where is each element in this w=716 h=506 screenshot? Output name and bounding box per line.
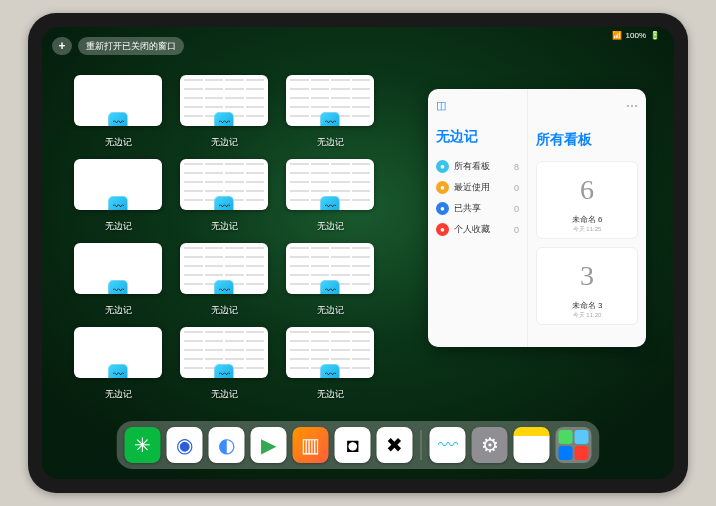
app-window-card[interactable]: 〰无边记 [180,243,268,317]
battery-icon: 🔋 [650,31,660,40]
app-window-label: 无边记 [317,136,344,149]
board-thumbnail: 6 [541,166,633,214]
app-window-label: 无边记 [105,136,132,149]
app-window-card[interactable]: 〰无边记 [74,75,162,149]
sidebar-item-label: 最近使用 [454,181,490,194]
sidebar-item[interactable]: ●已共享0 [436,198,519,219]
app-window-label: 无边记 [211,136,238,149]
top-controls: + 重新打开已关闭的窗口 [52,37,184,55]
board-time: 今天 11:20 [541,311,633,320]
freeform-app-icon: 〰 [214,112,234,126]
battery-text: 100% [626,31,646,40]
window-thumbnail: 〰 [180,159,268,210]
app-window-card[interactable]: 〰无边记 [180,327,268,401]
panel-content: ⋯ 所有看板 6未命名 6今天 11:253未命名 3今天 11:20 [528,89,646,347]
sidebar-item-count: 0 [514,225,519,235]
sidebar-item-label: 个人收藏 [454,223,490,236]
freeform-app-icon: 〰 [320,196,340,210]
window-thumbnail: 〰 [180,327,268,378]
freeform-app-icon: 〰 [108,196,128,210]
freeform-icon[interactable]: 〰 [430,427,466,463]
app-window-card[interactable]: 〰无边记 [180,75,268,149]
board-card[interactable]: 3未命名 3今天 11:20 [536,247,638,325]
freeform-app-icon: 〰 [320,364,340,378]
board-label: 未命名 3 [541,300,633,311]
sidebar-item[interactable]: ●所有看板8 [436,156,519,177]
quark-icon[interactable]: ◐ [209,427,245,463]
sidebar-item-icon: ● [436,160,449,173]
wifi-icon: 📶 [612,31,622,40]
app-switcher-grid: 〰无边记〰无边记〰无边记〰无边记〰无边记〰无边记〰无边记〰无边记〰无边记〰无边记… [74,75,374,401]
board-card[interactable]: 6未命名 6今天 11:25 [536,161,638,239]
freeform-app-icon: 〰 [320,280,340,294]
panel-right-title: 所有看板 [536,131,638,149]
dock-separator [421,430,422,460]
app-window-label: 无边记 [105,304,132,317]
play-icon[interactable]: ▶ [251,427,287,463]
sidebar-item-icon: ● [436,202,449,215]
board-thumbnail: 3 [541,252,633,300]
window-thumbnail: 〰 [74,327,162,378]
dock: ✳◉◐▶▥◘✖〰⚙ [117,421,600,469]
app-window-label: 无边记 [317,220,344,233]
window-thumbnail: 〰 [180,243,268,294]
app-window-label: 无边记 [105,388,132,401]
freeform-app-icon: 〰 [214,196,234,210]
window-thumbnail: 〰 [286,243,374,294]
freeform-app-icon: 〰 [108,364,128,378]
app-window-card[interactable]: 〰无边记 [286,327,374,401]
app-window-label: 无边记 [105,220,132,233]
sidebar-toggle-icon[interactable]: ◫ [436,99,519,112]
sidebar-item-icon: ● [436,181,449,194]
notes-icon[interactable] [514,427,550,463]
panel-sidebar: ◫ 无边记 ●所有看板8●最近使用0●已共享0●个人收藏0 [428,89,528,347]
app6-icon[interactable]: ◘ [335,427,371,463]
app-window-card[interactable]: 〰无边记 [180,159,268,233]
settings-icon[interactable]: ⚙ [472,427,508,463]
app-window-card[interactable]: 〰无边记 [286,159,374,233]
window-thumbnail: 〰 [286,159,374,210]
app-window-card[interactable]: 〰无边记 [74,159,162,233]
panel-title: 无边记 [436,128,519,146]
sidebar-item[interactable]: ●个人收藏0 [436,219,519,240]
qqbrowser-icon[interactable]: ◉ [167,427,203,463]
app7-icon[interactable]: ✖ [377,427,413,463]
screen: 📶 100% 🔋 + 重新打开已关闭的窗口 〰无边记〰无边记〰无边记〰无边记〰无… [42,27,674,479]
app-window-label: 无边记 [211,304,238,317]
sidebar-item-count: 8 [514,162,519,172]
window-thumbnail: 〰 [286,327,374,378]
freeform-app-icon: 〰 [320,112,340,126]
app-window-label: 无边记 [211,220,238,233]
ipad-device: 📶 100% 🔋 + 重新打开已关闭的窗口 〰无边记〰无边记〰无边记〰无边记〰无… [28,13,688,493]
books-icon[interactable]: ▥ [293,427,329,463]
reopen-closed-window-button[interactable]: 重新打开已关闭的窗口 [78,37,184,55]
wechat-icon[interactable]: ✳ [125,427,161,463]
window-thumbnail: 〰 [286,75,374,126]
app-window-card[interactable]: 〰无边记 [74,327,162,401]
window-thumbnail: 〰 [74,243,162,294]
freeform-app-icon: 〰 [214,364,234,378]
app-window-label: 无边记 [317,388,344,401]
app-window-label: 无边记 [317,304,344,317]
sidebar-item-label: 已共享 [454,202,481,215]
app-window-card[interactable]: 〰无边记 [286,75,374,149]
add-button[interactable]: + [52,37,72,55]
sidebar-item-count: 0 [514,204,519,214]
board-label: 未命名 6 [541,214,633,225]
window-thumbnail: 〰 [74,75,162,126]
freeform-panel: ◫ 无边记 ●所有看板8●最近使用0●已共享0●个人收藏0 ⋯ 所有看板 6未命… [428,89,646,347]
freeform-app-icon: 〰 [214,280,234,294]
app-window-card[interactable]: 〰无边记 [286,243,374,317]
window-thumbnail: 〰 [180,75,268,126]
app-window-label: 无边记 [211,388,238,401]
window-thumbnail: 〰 [74,159,162,210]
status-bar: 📶 100% 🔋 [612,31,660,40]
more-icon[interactable]: ⋯ [626,99,638,113]
library-icon[interactable] [556,427,592,463]
sidebar-item-icon: ● [436,223,449,236]
board-time: 今天 11:25 [541,225,633,234]
sidebar-item[interactable]: ●最近使用0 [436,177,519,198]
app-window-card[interactable]: 〰无边记 [74,243,162,317]
sidebar-item-label: 所有看板 [454,160,490,173]
sidebar-item-count: 0 [514,183,519,193]
